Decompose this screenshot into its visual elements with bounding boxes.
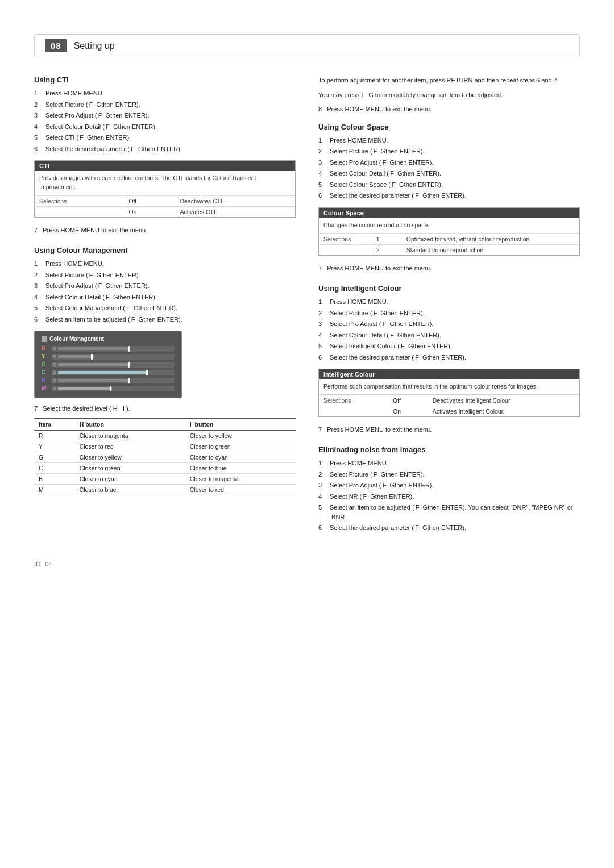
ic-step-5: 5Select Intelligent Colour ( F Gthen ENT… xyxy=(318,341,580,351)
cti-step-6: 6Select the desired parameter ( F Gthen … xyxy=(34,144,296,154)
noise-step-4: 4Select NR ( F Gthen ENTER). xyxy=(318,492,580,502)
left-column: Using CTI 1Press HOME MENU. 2Select Pict… xyxy=(34,76,296,544)
colour-management-screenshot: Colour Management R 0 Y xyxy=(34,331,182,398)
cs-step-2: 2Select Picture ( F Gthen ENTER). xyxy=(318,147,580,156)
cs-val-2: 2 xyxy=(372,244,402,255)
cs-step-1: 1Press HOME MENU. xyxy=(318,136,580,145)
h-g: Closer to yellow xyxy=(75,452,185,462)
cm-steps: 1Press HOME MENU. 2Select Picture ( F Gt… xyxy=(34,259,296,324)
ic-info-desc: Performs such compensation that results … xyxy=(319,379,579,395)
ic-desc-off: Deactivates Intelligent Colour xyxy=(428,395,579,406)
cs-info-header: Colour Space xyxy=(319,208,579,218)
cs-val-1: 1 xyxy=(372,233,402,244)
table-header-row: Item H button I button xyxy=(34,418,296,430)
ic-val-off: Off xyxy=(388,395,428,406)
cm-row-b: B 0 xyxy=(42,377,175,383)
i-g: Closer to cyan xyxy=(185,452,296,462)
item-g: G xyxy=(34,452,75,462)
cs-info-desc: Changes the colour reproduction space. xyxy=(319,218,579,233)
item-r: R xyxy=(34,430,75,441)
cm-step-4: 4Select Colour Detail ( F Gthen ENTER). xyxy=(34,293,296,302)
cm-step-6: 6Select an item to be adjusted ( F Gthen… xyxy=(34,315,296,324)
cm-row-r: R 0 xyxy=(42,345,175,352)
cti-label-empty xyxy=(35,206,124,217)
cti-val-on: On xyxy=(124,206,175,217)
page: 08 Setting up Using CTI 1Press HOME MENU… xyxy=(0,0,614,868)
ic-info-header: Intelligent Colour xyxy=(319,369,579,379)
table-row: Selections Off Deactivates CTI. xyxy=(35,195,295,206)
cm-step7-desc: 7 Select the desired level ( H I ). xyxy=(34,404,296,414)
cti-info-box: CTI Provides images with clearer colour … xyxy=(34,160,296,218)
i-c: Closer to blue xyxy=(185,462,296,473)
ic-desc-on: Activates Intelligent Colour. xyxy=(428,406,579,416)
item-y: Y xyxy=(34,441,75,452)
noise-step-3: 3Select Pro Adjust ( F Gthen ENTER). xyxy=(318,481,580,490)
ic-val-on: On xyxy=(388,406,428,416)
cti-desc-off: Deactivates CTI. xyxy=(175,195,295,206)
cm-row-c: C 0 xyxy=(42,369,175,375)
noise-step-2: 2Select Picture ( F Gthen ENTER). xyxy=(318,470,580,479)
cm-icon xyxy=(42,336,47,342)
table-row: 2 Standard colour reproduction. xyxy=(319,244,579,255)
item-table: Item H button I button R Closer to magen… xyxy=(34,418,296,495)
cs-desc-1: Optimized for vivid, vibrant colour repr… xyxy=(402,233,579,244)
colour-space-section: Using Colour Space 1Press HOME MENU. 2Se… xyxy=(318,123,580,273)
right-column: To perform adjustment for another item, … xyxy=(318,76,580,544)
ic-step-6: 6Select the desired parameter ( F Gthen … xyxy=(318,353,580,362)
page-footer: 30 En xyxy=(34,561,580,567)
item-c: C xyxy=(34,462,75,473)
cm-row-g: G 0 xyxy=(42,361,175,368)
cm-screenshot-title: Colour Management xyxy=(42,336,175,342)
ic-title: Using Intelligent Colour xyxy=(318,284,580,293)
cs-step-4: 4Select Colour Detail ( F Gthen ENTER). xyxy=(318,169,580,178)
cti-step7: 7 Press HOME MENU to exit the menu. xyxy=(34,226,296,235)
h-b: Closer to cyan xyxy=(75,473,185,484)
cti-step-3: 3Select Pro Adjust ( F Gthen ENTER). xyxy=(34,111,296,120)
section-title: Setting up xyxy=(74,41,115,51)
i-y: Closer to green xyxy=(185,441,296,452)
cm-step-5: 5Select Colour Management ( F Gthen ENTE… xyxy=(34,303,296,313)
ic-step-3: 3Select Pro Adjust ( F Gthen ENTER). xyxy=(318,319,580,329)
cti-section-title: Using CTI xyxy=(34,76,296,84)
cti-step-4: 4Select Colour Detail ( F Gthen ENTER). xyxy=(34,122,296,132)
note-block: To perform adjustment for another item, … xyxy=(318,76,580,115)
ic-info-table: Selections Off Deactivates Intelligent C… xyxy=(319,395,579,416)
noise-section: Eliminating noise from images 1Press HOM… xyxy=(318,445,580,533)
page-number: 30 xyxy=(34,561,40,567)
colour-mgmt-title: Using Colour Management xyxy=(34,246,296,254)
item-col-header: Item xyxy=(34,418,75,430)
table-row: On Activates Intelligent Colour. xyxy=(319,406,579,416)
table-row: Selections Off Deactivates Intelligent C… xyxy=(319,395,579,406)
colour-management-section: Using Colour Management 1Press HOME MENU… xyxy=(34,246,296,495)
i-button-header: I button xyxy=(185,418,296,430)
cti-val-off: Off xyxy=(124,195,175,206)
h-c: Closer to green xyxy=(75,462,185,473)
cm-step-1: 1Press HOME MENU. xyxy=(34,259,296,269)
table-row: R Closer to magenta Closer to yellow xyxy=(34,430,296,441)
page-language: En xyxy=(45,561,51,567)
cti-section: Using CTI 1Press HOME MENU. 2Select Pict… xyxy=(34,76,296,235)
cs-desc-2: Standard colour reproduction. xyxy=(402,244,579,255)
ic-info-box: Intelligent Colour Performs such compens… xyxy=(318,369,580,417)
table-row: B Closer to cyan Closer to magenta xyxy=(34,473,296,484)
noise-step-6: 6Select the desired parameter ( F Gthen … xyxy=(318,523,580,533)
intelligent-colour-section: Using Intelligent Colour 1Press HOME MEN… xyxy=(318,284,580,434)
cm-step-2: 2Select Picture ( F Gthen ENTER). xyxy=(34,270,296,280)
main-content: Using CTI 1Press HOME MENU. 2Select Pict… xyxy=(34,76,580,544)
step8-text: 8 Press HOME MENU to exit the menu. xyxy=(318,105,580,115)
note-line-2: You may press F G to immediately change … xyxy=(318,90,580,101)
h-button-header: H button xyxy=(75,418,185,430)
noise-steps: 1Press HOME MENU. 2Select Picture ( F Gt… xyxy=(318,458,580,533)
table-row: C Closer to green Closer to blue xyxy=(34,462,296,473)
colour-space-title: Using Colour Space xyxy=(318,123,580,131)
colour-space-info-box: Colour Space Changes the colour reproduc… xyxy=(318,207,580,256)
cm-step-3: 3Select Pro Adjust ( F Gthen ENTER). xyxy=(34,281,296,291)
i-b: Closer to magenta xyxy=(185,473,296,484)
cti-info-header: CTI xyxy=(35,161,295,171)
cti-info-desc: Provides images with clearer colour cont… xyxy=(35,171,295,195)
ic-step7: 7 Press HOME MENU to exit the menu. xyxy=(318,425,580,435)
ic-step-2: 2Select Picture ( F Gthen ENTER). xyxy=(318,308,580,318)
noise-title: Eliminating noise from images xyxy=(318,445,580,454)
cs-label: Selections xyxy=(319,233,372,244)
i-m: Closer to red xyxy=(185,484,296,495)
